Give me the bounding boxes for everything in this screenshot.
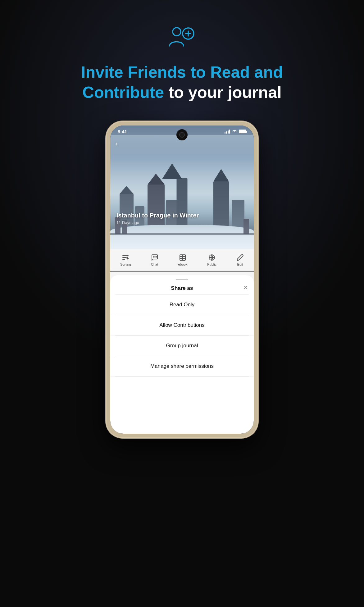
toolbar-item-ebook[interactable]: ebook bbox=[178, 254, 187, 266]
journal-title: Istanbul to Prague in Winter bbox=[116, 212, 199, 219]
add-friends-icon bbox=[168, 25, 196, 51]
sheet-option-manage-permissions[interactable]: Manage share permissions bbox=[110, 356, 254, 377]
phone-frame: 9:41 bbox=[106, 121, 258, 438]
toolbar-label-chat: Chat bbox=[151, 262, 158, 266]
toolbar-item-chat[interactable]: Chat bbox=[151, 254, 158, 266]
phone-screen: 9:41 bbox=[110, 126, 254, 434]
svg-point-9 bbox=[155, 257, 155, 257]
wifi-icon bbox=[232, 129, 237, 134]
toolbar: Sorting Chat bbox=[110, 249, 254, 271]
svg-point-10 bbox=[156, 257, 157, 257]
sheet-close-button[interactable]: × bbox=[244, 284, 248, 290]
sheet-option-allow-contributions[interactable]: Allow Contributions bbox=[110, 315, 254, 335]
signal-bars bbox=[225, 129, 230, 134]
toolbar-item-edit[interactable]: Edit bbox=[236, 254, 244, 266]
sheet-option-group-journal[interactable]: Group journal bbox=[110, 336, 254, 356]
back-arrow[interactable]: ‹ bbox=[115, 140, 117, 148]
battery-icon bbox=[239, 130, 246, 133]
svg-point-8 bbox=[153, 257, 154, 257]
sheet-title: Share as × bbox=[110, 280, 254, 294]
svg-point-0 bbox=[173, 28, 181, 36]
toolbar-item-sorting[interactable]: Sorting bbox=[120, 254, 131, 266]
main-headline: Invite Friends to Read and Contribute to… bbox=[81, 62, 283, 103]
toolbar-label-edit: Edit bbox=[237, 262, 243, 266]
status-icons bbox=[225, 129, 246, 134]
toolbar-label-public: Public bbox=[207, 262, 216, 266]
toolbar-item-public[interactable]: Public bbox=[207, 254, 216, 266]
phone-mockup: 9:41 bbox=[106, 121, 258, 438]
share-bottom-sheet: Share as × Read Only Allow Contributions… bbox=[110, 275, 254, 434]
journal-image: ‹ Istanbul to Prague in Winter 11 Days a… bbox=[110, 126, 254, 250]
journal-days-ago: 11 Days ago bbox=[116, 220, 199, 225]
toolbar-label-ebook: ebook bbox=[178, 262, 187, 266]
camera-notch bbox=[176, 129, 188, 140]
sheet-option-read-only[interactable]: Read Only bbox=[110, 295, 254, 315]
status-time: 9:41 bbox=[118, 129, 127, 134]
journal-title-overlay: Istanbul to Prague in Winter 11 Days ago bbox=[116, 212, 199, 225]
sheet-divider-bottom bbox=[115, 377, 249, 377]
toolbar-label-sorting: Sorting bbox=[120, 262, 131, 266]
